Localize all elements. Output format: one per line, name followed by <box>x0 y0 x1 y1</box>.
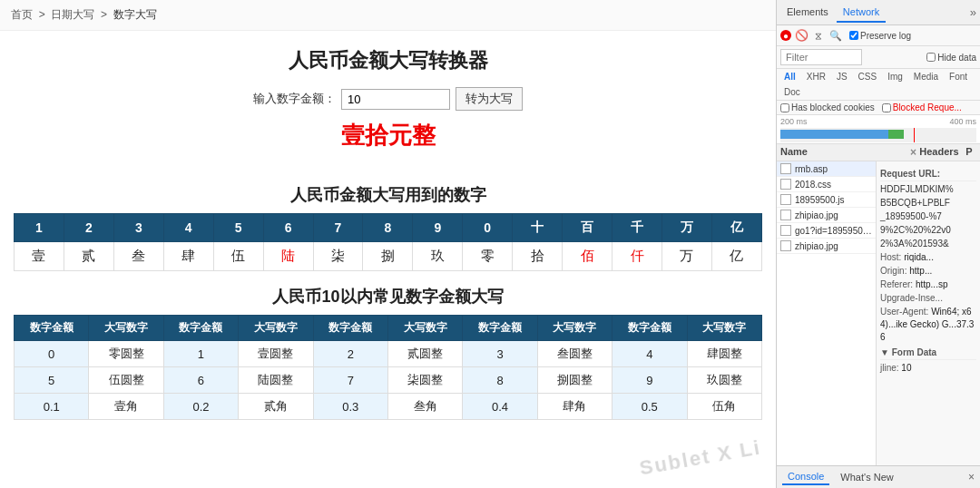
digit-val-1: 壹 <box>15 242 64 271</box>
tab-network[interactable]: Network <box>837 3 886 23</box>
clear-button[interactable]: 🚫 <box>794 28 808 43</box>
net-item-icon-2 <box>780 194 791 205</box>
type-xhr[interactable]: XHR <box>803 71 829 83</box>
money-cell-2-3: 贰角 <box>239 394 313 420</box>
header-line-4: 2%3A%201593& <box>880 238 976 250</box>
type-js[interactable]: JS <box>833 71 851 83</box>
blocked-requests-label: Blocked Reque... <box>893 102 962 112</box>
timeline-label-200: 200 ms <box>780 117 808 126</box>
money-cell-1-6: 8 <box>463 367 537 394</box>
type-all[interactable]: All <box>780 71 799 83</box>
header-line-3: 9%2C%20%22v0 <box>880 224 976 237</box>
convert-button[interactable]: 转为大写 <box>456 87 523 111</box>
network-type-row: All XHR JS CSS Img Media Font Doc <box>777 69 980 101</box>
has-blocked-checkbox[interactable] <box>780 103 789 112</box>
timeline-bar: 200 ms 400 ms <box>777 115 980 144</box>
upgrade-key: Upgrade-Inse... <box>880 293 943 303</box>
hide-data-label[interactable]: Hide data <box>926 53 976 63</box>
digit-val-3: 叁 <box>113 242 163 271</box>
net-item-5[interactable]: zhipiao.jpg <box>777 239 876 254</box>
digit-val-6: 陆 <box>263 242 313 271</box>
breadcrumb-date[interactable]: 日期大写 <box>51 8 94 21</box>
input-row: 输入数字金额： 转为大写 <box>18 87 758 111</box>
net-item-1[interactable]: 2018.css <box>777 177 876 192</box>
converter-section: 人民币金额大写转换器 输入数字金额： 转为大写 壹拾元整 <box>0 31 776 173</box>
filter-toggle-button[interactable]: ⧖ <box>811 28 826 43</box>
bottom-tab-whatsnew[interactable]: What's New <box>835 470 898 484</box>
net-item-4[interactable]: go1?id=18959500&... <box>777 223 876 239</box>
digit-header-qian: 千 <box>612 214 662 242</box>
money-row-1: 5伍圆整6陆圆整7柒圆整8捌圆整9玖圆整 <box>15 367 762 394</box>
result-text: 壹拾元整 <box>18 120 758 151</box>
breadcrumb-home[interactable]: 首页 <box>11 8 33 21</box>
bottom-tab-console[interactable]: Console <box>782 469 829 485</box>
preserve-log-label[interactable]: Preserve log <box>849 31 911 41</box>
origin-line: Origin: http... <box>880 265 976 278</box>
type-css[interactable]: CSS <box>855 71 881 83</box>
money-cell-0-7: 叁圆整 <box>537 341 612 367</box>
money-cell-2-5: 叁角 <box>387 394 462 420</box>
type-doc[interactable]: Doc <box>780 86 804 98</box>
money-h7: 大写数字 <box>537 316 612 341</box>
type-font[interactable]: Font <box>946 71 971 83</box>
money-cell-2-8: 0.5 <box>612 394 687 420</box>
checkbox-row: Has blocked cookies Blocked Reque... <box>777 101 980 115</box>
money-h3: 大写数字 <box>239 316 313 341</box>
money-h1: 大写数字 <box>89 316 163 341</box>
money-cell-2-2: 0.2 <box>163 394 238 420</box>
host-val: riqida... <box>904 252 934 262</box>
input-label: 输入数字金额： <box>253 91 336 107</box>
digit-header-2: 2 <box>64 214 113 242</box>
money-cell-0-0: 0 <box>15 341 89 367</box>
referer-line: Referer: http...sp <box>880 278 976 291</box>
search-button[interactable]: 🔍 <box>828 28 843 43</box>
type-img[interactable]: Img <box>884 71 906 83</box>
jline-line: jline: 10 <box>880 362 976 375</box>
name-col-label: Name <box>780 146 910 159</box>
money-cell-1-3: 陆圆整 <box>239 367 313 394</box>
tab-elements[interactable]: Elements <box>780 3 835 23</box>
money-cell-0-2: 1 <box>163 341 238 367</box>
money-table: 数字金额 大写数字 数字金额 大写数字 数字金额 大写数字 数字金额 大写数字 … <box>14 315 762 420</box>
digit-val-9: 玖 <box>413 242 463 271</box>
money-cell-1-2: 6 <box>163 367 238 394</box>
net-item-3[interactable]: zhipiao.jpg <box>777 208 876 223</box>
net-item-icon-4 <box>780 225 791 236</box>
blocked-requests-item[interactable]: Blocked Reque... <box>882 102 962 112</box>
bottom-close-button[interactable]: × <box>968 471 975 483</box>
money-cell-1-7: 捌圆整 <box>537 367 612 394</box>
jline-key: jline: <box>880 363 899 373</box>
filter-input[interactable] <box>780 49 862 65</box>
converter-title: 人民币金额大写转换器 <box>18 47 758 74</box>
digits-value-row: 壹 贰 叁 肆 伍 陆 柒 捌 玖 零 拾 佰 仟 万 亿 <box>15 242 762 271</box>
number-input[interactable] <box>341 89 450 110</box>
money-cell-0-1: 零圆整 <box>89 341 163 367</box>
type-media[interactable]: Media <box>910 71 942 83</box>
form-data-title[interactable]: ▼ Form Data <box>880 347 976 360</box>
devtools-panel: Elements Network » ● 🚫 ⧖ 🔍 Preserve log … <box>776 0 980 488</box>
net-item-0[interactable]: rmb.asp <box>777 161 876 177</box>
digit-header-4: 4 <box>163 214 213 242</box>
close-name-panel[interactable]: × <box>910 146 916 159</box>
money-cell-0-3: 壹圆整 <box>239 341 313 367</box>
breadcrumb: 首页 > 日期大写 > 数字大写 <box>0 0 776 31</box>
record-button[interactable]: ● <box>780 30 791 41</box>
digit-header-8: 8 <box>363 214 413 242</box>
header-line-1: B5BCQB+LPBLF <box>880 197 976 210</box>
digit-header-9: 9 <box>413 214 463 242</box>
hide-data-checkbox[interactable] <box>926 53 936 62</box>
origin-key: Origin: <box>880 266 906 276</box>
preview-col-label: P <box>962 146 976 159</box>
blocked-requests-checkbox[interactable] <box>882 103 891 112</box>
timeline-label-400: 400 ms <box>949 117 976 126</box>
money-cell-1-0: 5 <box>15 367 89 394</box>
jline-val: 10 <box>901 363 911 373</box>
timeline-blue-bar <box>780 130 888 139</box>
money-h6: 数字金额 <box>463 316 537 341</box>
name-header-row: Name × Headers P <box>777 144 980 161</box>
digit-val-5: 伍 <box>213 242 263 271</box>
net-item-2[interactable]: 18959500.js <box>777 192 876 208</box>
devtools-more-tabs[interactable]: » <box>970 5 976 19</box>
has-blocked-item[interactable]: Has blocked cookies <box>780 102 875 112</box>
preserve-log-checkbox[interactable] <box>849 31 858 40</box>
